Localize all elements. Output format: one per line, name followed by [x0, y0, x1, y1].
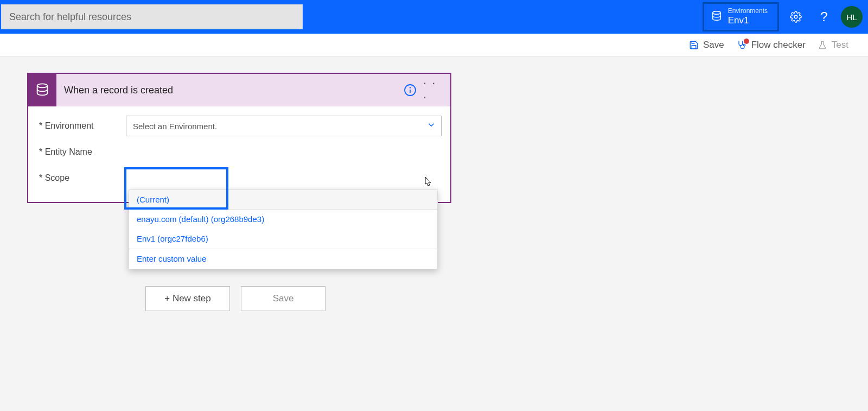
ellipsis-icon: · · ·: [423, 76, 445, 104]
svg-point-0: [712, 11, 720, 15]
trigger-card: When a record is created · · · * Environ…: [27, 73, 451, 203]
environment-select-value: Select an Environment.: [126, 116, 442, 136]
environment-select[interactable]: Select an Environment.: [126, 116, 442, 136]
designer-toolbar: Save Flow checker Test: [0, 34, 868, 56]
svg-point-2: [743, 44, 745, 46]
stethoscope-icon: [736, 40, 747, 50]
test-label: Test: [832, 40, 848, 50]
environment-name: Env1: [728, 15, 768, 26]
user-avatar[interactable]: HL: [841, 6, 863, 28]
environment-dropdown: (Current) enayu.com (default) (org268b9d…: [129, 189, 438, 269]
dropdown-option-current[interactable]: (Current): [129, 190, 437, 210]
help-button[interactable]: ?: [813, 5, 835, 28]
dropdown-option-default[interactable]: enayu.com (default) (org268b9de3): [129, 210, 437, 229]
svg-point-3: [37, 84, 48, 87]
card-menu-button[interactable]: · · ·: [423, 79, 445, 101]
environment-selector[interactable]: Environments Env1: [703, 2, 779, 31]
dropdown-option-env1[interactable]: Env1 (orgc27fdeb6): [129, 229, 437, 249]
scope-field-label: * Scope: [39, 173, 126, 183]
database-icon: [711, 10, 723, 22]
dropdown-custom-value[interactable]: Enter custom value: [129, 249, 437, 269]
info-icon: [404, 84, 417, 97]
chevron-down-icon: [426, 120, 436, 130]
settings-button[interactable]: [784, 5, 807, 28]
svg-point-6: [410, 87, 411, 88]
help-icon: ?: [820, 9, 827, 24]
save-icon: [689, 40, 699, 50]
save-label: Save: [703, 40, 724, 50]
flask-icon: [818, 40, 827, 50]
new-step-label: + New step: [164, 293, 211, 304]
gear-icon: [790, 11, 802, 23]
flow-checker-label: Flow checker: [751, 40, 806, 50]
environment-field-label: * Environment: [39, 121, 126, 131]
svg-point-1: [794, 15, 797, 18]
entity-field-label: * Entity Name: [39, 147, 126, 157]
test-action[interactable]: Test: [818, 40, 848, 50]
save-action[interactable]: Save: [689, 40, 724, 50]
flow-checker-action[interactable]: Flow checker: [736, 40, 806, 50]
trigger-header[interactable]: When a record is created · · ·: [28, 74, 450, 106]
new-step-button[interactable]: + New step: [145, 286, 230, 311]
avatar-initials: HL: [846, 12, 857, 22]
search-input[interactable]: [1, 4, 303, 29]
save-button-label: Save: [273, 293, 294, 304]
flow-canvas: When a record is created · · · * Environ…: [0, 56, 868, 203]
environments-label: Environments: [728, 7, 768, 15]
info-button[interactable]: [399, 79, 421, 101]
trigger-title: When a record is created: [64, 85, 399, 96]
save-button[interactable]: Save: [241, 286, 326, 311]
cds-icon: [28, 74, 56, 106]
top-bar: Environments Env1 ? HL: [0, 0, 868, 34]
